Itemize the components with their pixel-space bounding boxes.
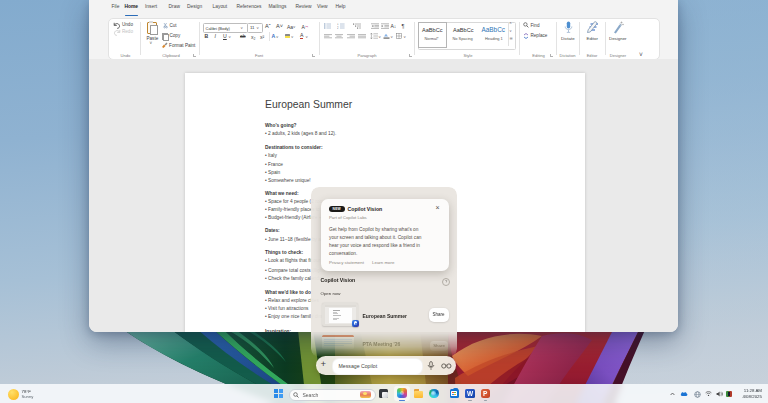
svg-text:1: 1 bbox=[337, 23, 339, 26]
svg-text:2: 2 bbox=[337, 26, 339, 29]
